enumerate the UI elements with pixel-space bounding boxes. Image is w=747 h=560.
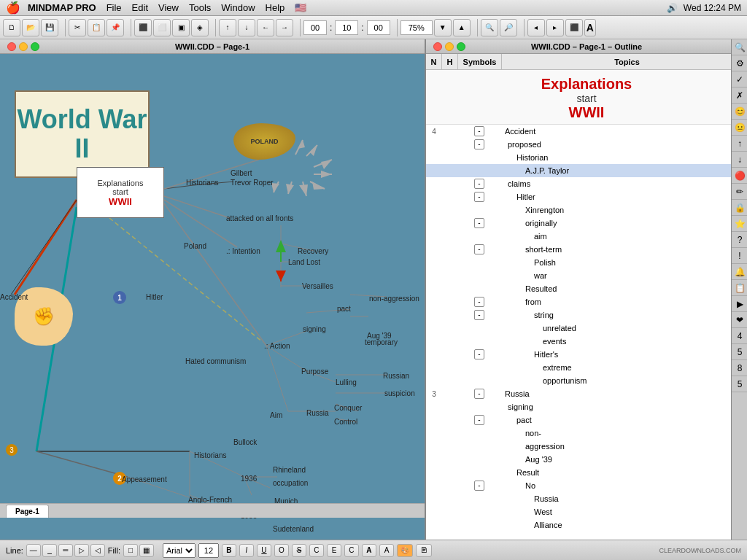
outline-row-ajp-taylor[interactable]: A.J.P. Taylor [426, 164, 747, 177]
icon-btn-9[interactable]: 🔴 [732, 168, 747, 184]
tb-btn10[interactable]: 🔎 [500, 19, 517, 36]
outline-row-accident[interactable]: 4 - Accident [426, 125, 747, 138]
num-box1[interactable]: 00 [303, 20, 327, 35]
icon-btn-5[interactable]: 😊 [732, 104, 747, 120]
color-btn[interactable]: 🎨 [397, 544, 413, 557]
caps-btn[interactable]: C [309, 544, 324, 557]
collapse-btn[interactable]: - [474, 310, 484, 320]
outline-row-aim[interactable]: aim [426, 230, 747, 243]
menu-view[interactable]: View [158, 2, 179, 13]
tb-btn12[interactable]: ▸ [546, 19, 564, 36]
zoom-down[interactable]: ▼ [434, 19, 452, 36]
icon-btn-16[interactable]: 📋 [732, 280, 747, 296]
outline-content[interactable]: Explanations start WWII 4 - Accident - p… [426, 70, 747, 532]
apple-menu[interactable]: 🍎 [6, 1, 20, 15]
outline-row-aggression[interactable]: aggression [426, 440, 747, 453]
outline-row-signing[interactable]: signing [426, 400, 747, 413]
tb-btn7[interactable]: ← [257, 19, 274, 36]
collapse-all-btn[interactable]: C [344, 544, 359, 557]
tb-btn13[interactable]: ⬛ [565, 19, 583, 36]
collapse-btn[interactable]: - [474, 244, 484, 254]
outline-row-pact[interactable]: - pact [426, 413, 747, 427]
icon-btn-6[interactable]: 😐 [732, 120, 747, 136]
outline-row-non[interactable]: non- [426, 427, 747, 440]
italic-btn[interactable]: I [239, 544, 254, 557]
fill-btn-1[interactable]: □ [123, 544, 138, 557]
font-size-input[interactable] [198, 543, 219, 558]
icon-btn-17[interactable]: ▶ [732, 296, 747, 312]
icon-btn-21[interactable]: 8 [732, 360, 747, 376]
tb-btn8[interactable]: → [276, 19, 293, 36]
icon-btn-20[interactable]: 5 [732, 344, 747, 360]
tb-btn3[interactable]: ▣ [172, 19, 190, 36]
menu-tools[interactable]: Tools [189, 2, 211, 13]
icon-btn-19[interactable]: 4 [732, 328, 747, 344]
outline-maximize-button[interactable] [457, 42, 465, 51]
line-btn-2[interactable]: ⎯ [42, 544, 57, 557]
line-btn-4[interactable]: ▷ [74, 544, 89, 557]
font-a-btn[interactable]: A [362, 544, 376, 557]
collapse-btn[interactable]: - [474, 389, 484, 399]
page-tab-1[interactable]: Page-1 [6, 505, 49, 518]
menu-edit[interactable]: Edit [132, 2, 148, 13]
outline-row-result[interactable]: Result [426, 466, 747, 479]
zoom-up[interactable]: ▲ [453, 19, 471, 36]
icon-btn-12[interactable]: ⭐ [732, 216, 747, 232]
mindmap-canvas[interactable]: World War II ✊ Explanations start WWII P… [0, 54, 425, 518]
outline-row-claims[interactable]: - claims [426, 177, 747, 190]
menu-file[interactable]: File [107, 2, 122, 13]
outline-row-polish[interactable]: Polish [426, 256, 747, 269]
tb-btn11[interactable]: ◂ [527, 19, 545, 36]
outline-row-extreme[interactable]: extreme [426, 361, 747, 374]
collapse-btn[interactable]: - [474, 297, 484, 307]
collapse-btn[interactable]: - [474, 179, 484, 189]
outline-close-button[interactable] [433, 42, 442, 51]
open-btn[interactable]: 📂 [22, 19, 39, 36]
fill-btn-2[interactable]: ▦ [139, 544, 154, 557]
collapse-btn[interactable]: - [474, 192, 484, 202]
format-btn[interactable]: 🖹 [416, 544, 432, 557]
tb-btn5[interactable]: ↑ [219, 19, 236, 36]
icon-btn-7[interactable]: ↑ [732, 136, 747, 152]
collapse-btn[interactable]: - [474, 126, 484, 136]
outline-row-aug39[interactable]: Aug '39 [426, 453, 747, 466]
collapse-btn[interactable]: - [474, 349, 484, 359]
expand-btn[interactable]: E [327, 544, 341, 557]
underline-btn[interactable]: U [257, 544, 271, 557]
icon-btn-13[interactable]: ? [732, 232, 747, 248]
outline-row-xinrengton[interactable]: Xinrengton [426, 203, 747, 217]
menu-window[interactable]: Window [221, 2, 255, 13]
outline-row-short-term[interactable]: - short-term [426, 243, 747, 256]
outline-row-string[interactable]: - string [426, 308, 747, 322]
outline-row-russia[interactable]: 3 - Russia [426, 387, 747, 400]
outline-row-russia2[interactable]: Russia [426, 492, 747, 505]
outline-row-unrelated[interactable]: unrelated [426, 322, 747, 335]
tb-btn9[interactable]: 🔍 [481, 19, 498, 36]
icon-btn-2[interactable]: ⚙ [732, 55, 747, 71]
outline-row-west[interactable]: West [426, 505, 747, 518]
zoom-box[interactable]: 75% [400, 20, 433, 35]
line-btn-3[interactable]: ═ [58, 544, 73, 557]
line-btn-1[interactable]: — [26, 544, 41, 557]
outline-btn[interactable]: O [274, 544, 289, 557]
outline-minimize-button[interactable] [445, 42, 454, 51]
collapse-btn[interactable]: - [474, 139, 484, 149]
outline-row-hitler-bottom[interactable]: 1 - Hitler [426, 532, 747, 532]
icon-btn-18[interactable]: ❤ [732, 312, 747, 328]
outline-row-historian[interactable]: Historian [426, 151, 747, 164]
icon-btn-4[interactable]: ✗ [732, 88, 747, 104]
outline-row-alliance[interactable]: Alliance [426, 518, 747, 532]
num-box3[interactable]: 00 [367, 20, 390, 35]
collapse-btn[interactable]: - [474, 218, 484, 228]
tb-btn6[interactable]: ↓ [238, 19, 255, 36]
icon-btn-14[interactable]: ! [732, 248, 747, 264]
collapse-btn[interactable]: - [474, 415, 484, 425]
menu-help[interactable]: Help [266, 2, 285, 13]
num-box2[interactable]: 10 [335, 20, 358, 35]
outline-row-hitler[interactable]: - Hitler [426, 190, 747, 203]
tb-btn1[interactable]: ⬛ [134, 19, 152, 36]
strikethrough-btn[interactable]: S [292, 544, 306, 557]
outline-row-war[interactable]: war [426, 269, 747, 282]
icon-btn-3[interactable]: ✓ [732, 71, 747, 88]
outline-row-resulted[interactable]: Resulted [426, 282, 747, 295]
